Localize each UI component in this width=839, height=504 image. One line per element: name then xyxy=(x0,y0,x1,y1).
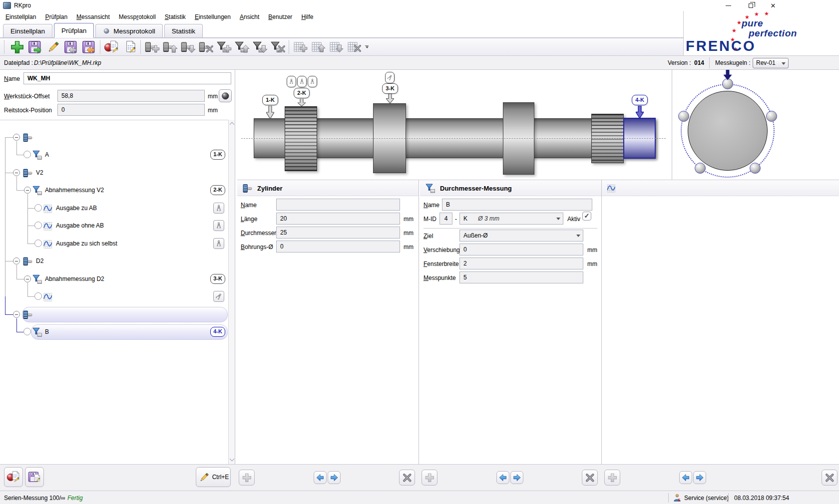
scroll-up-icon[interactable] xyxy=(230,122,235,127)
menu-statistik[interactable]: Statistik xyxy=(160,12,190,22)
delete-cylinder-button[interactable] xyxy=(197,39,215,55)
badge-2-k[interactable]: 2-K xyxy=(210,185,225,195)
messung-name-input[interactable]: B xyxy=(442,199,592,211)
marker-1k[interactable]: 1-K xyxy=(262,95,278,105)
new-plan-button[interactable] xyxy=(8,39,26,55)
tree-node-bullet[interactable] xyxy=(34,204,42,212)
fensterbreite-input[interactable]: 2 xyxy=(459,257,583,269)
reitstock-position-input[interactable]: 0 xyxy=(57,104,205,116)
messung-previous-button[interactable] xyxy=(496,471,509,484)
tree-node-abnahmemessung-d2[interactable]: Abnahmemessung D2 xyxy=(45,275,104,283)
load-plan-button[interactable] xyxy=(62,39,80,55)
probe-button[interactable] xyxy=(213,291,224,302)
werkstueck-offset-input[interactable]: 58,8 xyxy=(57,90,205,102)
tree-scrollbar[interactable] xyxy=(228,120,235,464)
add-output-button[interactable] xyxy=(291,39,309,55)
zylinder-delete-button[interactable] xyxy=(399,470,415,486)
badge-4-k[interactable]: 4-K xyxy=(210,327,225,337)
tree-node-v2[interactable]: V2 xyxy=(36,169,43,177)
badge-3-k[interactable]: 3-K xyxy=(210,274,225,284)
tree-node-bullet[interactable] xyxy=(34,292,42,300)
messung-delete-button[interactable] xyxy=(582,470,598,486)
probe-select[interactable]: K Ø 3 mm xyxy=(459,213,563,225)
ziel-caret-icon[interactable] xyxy=(576,235,580,237)
bohrungs-input[interactable]: 0 xyxy=(276,241,400,252)
messpunkte-input[interactable]: 5 xyxy=(459,271,583,283)
offset-sphere-button[interactable] xyxy=(219,89,232,102)
probe-button[interactable] xyxy=(213,203,224,214)
delete-output-button[interactable] xyxy=(345,39,363,55)
tree-node-ausgabe-zu-sich-selbst[interactable]: Ausgabe zu sich selbst xyxy=(56,240,117,248)
edit-protocol-button[interactable] xyxy=(120,39,138,55)
tree-toggle-collapse[interactable] xyxy=(13,134,20,141)
tree-node-bullet[interactable] xyxy=(23,328,31,335)
tab-messprotokoll[interactable]: Messprotokoll xyxy=(95,24,162,37)
save-protocol-button[interactable] xyxy=(25,467,44,487)
tree-node-d2[interactable]: D2 xyxy=(36,257,43,265)
cylinder-down-button[interactable] xyxy=(179,39,197,55)
durchmesser-input[interactable]: 25 xyxy=(276,227,400,239)
output-add-button[interactable] xyxy=(604,470,620,486)
tree-toggle-collapse[interactable] xyxy=(24,187,31,194)
probe-badge-icon[interactable] xyxy=(308,76,317,87)
restore-button[interactable] xyxy=(742,0,759,11)
edit-mode-button[interactable]: Ctrl+E xyxy=(196,467,231,487)
menu-hilfe[interactable]: Hilfe xyxy=(297,12,318,22)
toolbar-overflow-button[interactable] xyxy=(365,45,369,48)
zylinder-next-button[interactable] xyxy=(328,471,341,484)
l-nge-input[interactable]: 20 xyxy=(276,213,400,225)
probe-badge-icon[interactable] xyxy=(297,76,307,87)
scroll-down-icon[interactable] xyxy=(230,457,235,462)
edit-plan-button[interactable] xyxy=(44,39,62,55)
menu-pr-fplan[interactable]: Prüfplan xyxy=(40,12,72,22)
verschiebung-input[interactable]: 0 xyxy=(459,244,583,255)
probe-button[interactable] xyxy=(213,220,224,231)
tab-pr-fplan[interactable]: Prüfplan xyxy=(54,23,94,38)
tree-node-abnahmemessung-v2[interactable]: Abnahmemessung V2 xyxy=(45,186,104,194)
tab-einstellplan[interactable]: Einstellplan xyxy=(3,24,52,37)
output-next-button[interactable] xyxy=(693,471,706,484)
save-plan-button[interactable] xyxy=(26,39,44,55)
marker-4k[interactable]: 4-K xyxy=(632,95,648,105)
output-delete-button[interactable] xyxy=(822,470,838,486)
menu-messprotokoll[interactable]: Messprotokoll xyxy=(114,12,160,22)
close-button[interactable]: ✕ xyxy=(765,0,782,11)
protocol-preview-button[interactable] xyxy=(4,467,23,487)
marker-2k[interactable]: 2-K xyxy=(294,88,310,98)
tab-statistik[interactable]: Statistik xyxy=(164,24,203,37)
tree-node-b[interactable]: B xyxy=(45,328,49,336)
output-up-button[interactable] xyxy=(309,39,327,55)
tree-toggle-collapse[interactable] xyxy=(13,311,20,318)
menu-messansicht[interactable]: Messansicht xyxy=(72,12,114,22)
messung-next-button[interactable] xyxy=(510,471,523,484)
revert-plan-button[interactable] xyxy=(80,39,98,55)
menu-einstellplan[interactable]: Einstellplan xyxy=(1,12,40,22)
menu-ansicht[interactable]: Ansicht xyxy=(235,12,264,22)
probe-badge-icon[interactable] xyxy=(287,76,296,87)
ziel-input[interactable]: Außen-Ø xyxy=(459,230,583,242)
menu-einstellungen[interactable]: Einstellungen xyxy=(190,12,235,22)
aktiv-checkbox[interactable]: ✓ xyxy=(582,212,591,221)
tree-toggle-collapse[interactable] xyxy=(13,257,20,264)
tree-node-bullet[interactable] xyxy=(34,240,42,247)
output-previous-button[interactable] xyxy=(679,471,692,484)
probe-badge-icon[interactable] xyxy=(385,72,395,83)
menu-benutzer[interactable]: Benutzer xyxy=(264,12,297,22)
new-protocol-button[interactable] xyxy=(102,39,120,55)
badge-1-k[interactable]: 1-K xyxy=(210,150,225,160)
gear-segment-1[interactable] xyxy=(285,106,317,171)
add-cylinder-button[interactable] xyxy=(143,39,161,55)
tree-node-a[interactable]: A xyxy=(45,151,49,159)
tree-node-ausgabe-ohne-ab[interactable]: Ausgabe ohne AB xyxy=(56,222,104,230)
messkugeln-dropdown[interactable]: Rev-01 xyxy=(753,58,789,68)
measurement-up-button[interactable] xyxy=(233,39,251,55)
measurement-down-button[interactable] xyxy=(251,39,269,55)
minimize-button[interactable] xyxy=(720,0,737,11)
zylinder-previous-button[interactable] xyxy=(314,471,327,484)
tree-node-ausgabe-zu-ab[interactable]: Ausgabe zu AB xyxy=(56,204,97,212)
title-bar[interactable]: RKpro ✕ xyxy=(0,0,839,11)
workpiece-name-input[interactable]: WK_MH xyxy=(23,72,231,84)
zylinder-add-button[interactable] xyxy=(239,470,255,486)
tree-node-bullet[interactable] xyxy=(34,222,42,229)
probe-button[interactable] xyxy=(213,238,224,249)
